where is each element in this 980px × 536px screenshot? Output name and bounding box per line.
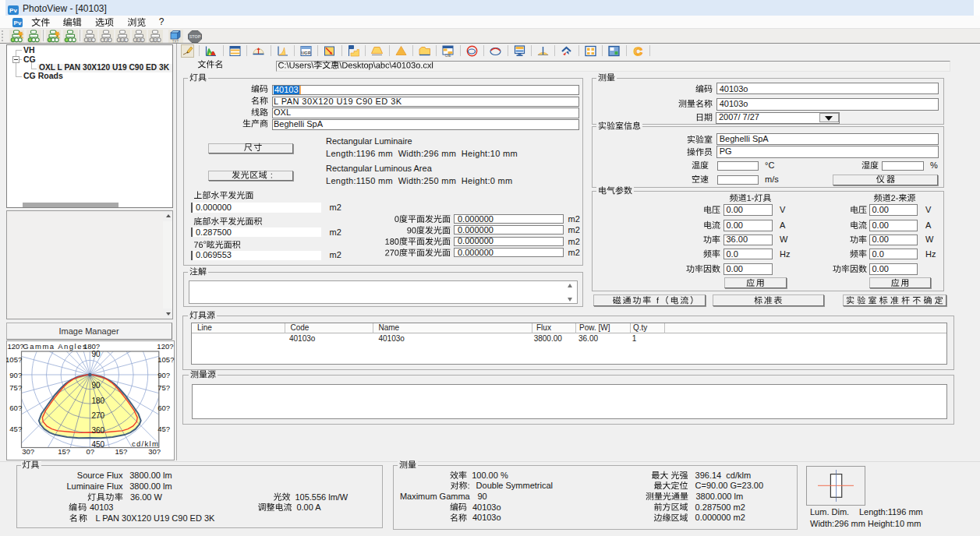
svg-text:90?: 90? — [9, 371, 22, 379]
svg-text:90: 90 — [91, 350, 101, 358]
svg-text:270: 270 — [91, 411, 104, 420]
svg-text:180: 180 — [91, 397, 104, 405]
svg-text:30?: 30? — [148, 447, 161, 456]
svg-text:60?: 60? — [157, 404, 170, 412]
svg-text:360: 360 — [91, 426, 104, 435]
svg-text:JPG: JPG — [152, 39, 159, 43]
svg-text:60?: 60? — [9, 404, 22, 412]
svg-text:DXF: DXF — [119, 39, 126, 43]
svg-text:Gamma Angles: Gamma Angles — [23, 342, 87, 351]
svg-text:45?: 45? — [9, 425, 22, 433]
svg-text:JPG: JPG — [87, 39, 94, 43]
svg-text:45?: 45? — [157, 425, 170, 433]
svg-text:STOP: STOP — [189, 34, 201, 39]
svg-text:UGR: UGR — [301, 51, 310, 55]
svg-text:75?: 75? — [9, 383, 22, 392]
svg-text:75?: 75? — [157, 383, 170, 392]
svg-text:90?: 90? — [157, 371, 170, 379]
svg-text:450: 450 — [91, 440, 104, 449]
svg-text:90: 90 — [91, 381, 101, 390]
svg-text:cd/klm: cd/klm — [132, 439, 159, 448]
svg-text:15?: 15? — [115, 447, 128, 456]
svg-text:120?: 120? — [8, 342, 24, 351]
svg-text:105?: 105? — [6, 355, 22, 364]
svg-text:EPS: EPS — [136, 39, 143, 43]
svg-text:C: C — [634, 44, 642, 58]
svg-text:180?: 180? — [83, 342, 100, 351]
svg-text:120?: 120? — [157, 342, 173, 351]
svg-text:105?: 105? — [157, 355, 174, 364]
svg-text:TXT: TXT — [172, 40, 179, 44]
svg-text:CIE: CIE — [445, 54, 451, 58]
svg-text:15?: 15? — [58, 447, 70, 456]
svg-text:TXT: TXT — [103, 39, 110, 43]
svg-text:30?: 30? — [22, 447, 34, 456]
